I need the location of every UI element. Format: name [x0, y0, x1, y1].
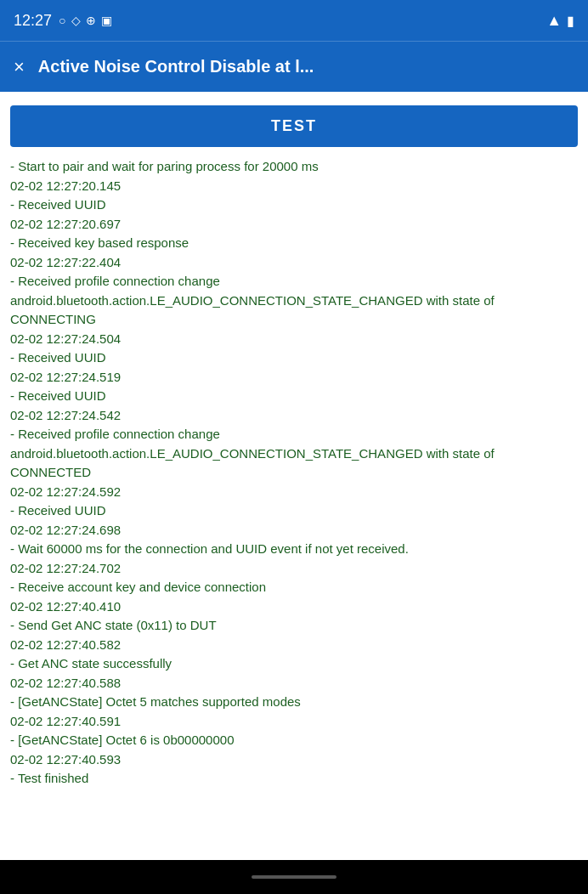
log-timestamp: 02-02 12:27:40.591	[10, 712, 568, 732]
log-message: - Received profile connection change and…	[10, 425, 568, 483]
log-message: - Start to pair and wait for paring proc…	[10, 157, 568, 177]
battery-icon: ▮	[567, 13, 574, 29]
nav-bar	[0, 860, 588, 894]
screen-icon: ▣	[101, 14, 112, 27]
log-message: - Received UUID	[10, 348, 568, 368]
network-icon: ⊕	[86, 14, 96, 27]
log-message: - [GetANCState] Octet 6 is 0b00000000	[10, 731, 568, 750]
log-message: - Test finished	[10, 769, 568, 789]
content-area: TEST - Start to pair and wait for paring…	[0, 92, 588, 860]
log-timestamp: 02-02 12:27:40.588	[10, 674, 568, 693]
log-message: - Received key based response	[10, 234, 568, 253]
log-timestamp: 02-02 12:27:20.145	[10, 177, 568, 196]
status-bar: 12:27 ○ ◇ ⊕ ▣ ▲ ▮	[0, 0, 588, 41]
log-message: - [GetANCState] Octet 5 matches supporte…	[10, 693, 568, 712]
phone-container: 12:27 ○ ◇ ⊕ ▣ ▲ ▮ × Active Noise Control…	[0, 0, 588, 894]
log-timestamp: 02-02 12:27:40.582	[10, 636, 568, 655]
test-button[interactable]: TEST	[10, 105, 578, 147]
shield-icon: ◇	[71, 14, 81, 27]
status-bar-left: 12:27 ○ ◇ ⊕ ▣	[14, 12, 112, 30]
title-bar: × Active Noise Control Disable at l...	[0, 41, 588, 92]
wifi-icon: ▲	[546, 12, 562, 30]
page-title: Active Noise Control Disable at l...	[38, 57, 574, 76]
log-timestamp: 02-02 12:27:40.593	[10, 750, 568, 770]
status-time: 12:27	[14, 12, 52, 30]
status-bar-right: ▲ ▮	[546, 12, 574, 30]
log-timestamp: 02-02 12:27:40.410	[10, 597, 568, 617]
log-message: - Received UUID	[10, 501, 568, 521]
log-timestamp: 02-02 12:27:24.702	[10, 559, 568, 579]
log-message: - Get ANC state successfully	[10, 654, 568, 674]
log-timestamp: 02-02 12:27:22.404	[10, 253, 568, 273]
log-timestamp: 02-02 12:27:24.592	[10, 483, 568, 502]
log-timestamp: 02-02 12:27:24.504	[10, 330, 568, 349]
log-area[interactable]: - Start to pair and wait for paring proc…	[10, 157, 578, 850]
log-message: - Send Get ANC state (0x11) to DUT	[10, 616, 568, 636]
log-timestamp: 02-02 12:27:20.697	[10, 215, 568, 235]
log-message: - Wait 60000 ms for the connection and U…	[10, 540, 568, 559]
log-message: - Received UUID	[10, 387, 568, 406]
close-button[interactable]: ×	[14, 56, 25, 78]
clock-icon: ○	[59, 14, 65, 27]
log-message: - Received profile connection change and…	[10, 272, 568, 330]
log-timestamp: 02-02 12:27:24.542	[10, 406, 568, 426]
log-timestamp: 02-02 12:27:24.519	[10, 368, 568, 388]
log-message: - Receive account key and device connect…	[10, 578, 568, 597]
log-content: - Start to pair and wait for paring proc…	[10, 157, 578, 789]
log-timestamp: 02-02 12:27:24.698	[10, 521, 568, 540]
home-indicator	[252, 875, 336, 879]
log-message: - Received UUID	[10, 195, 568, 215]
status-icons: ○ ◇ ⊕ ▣	[59, 14, 111, 27]
